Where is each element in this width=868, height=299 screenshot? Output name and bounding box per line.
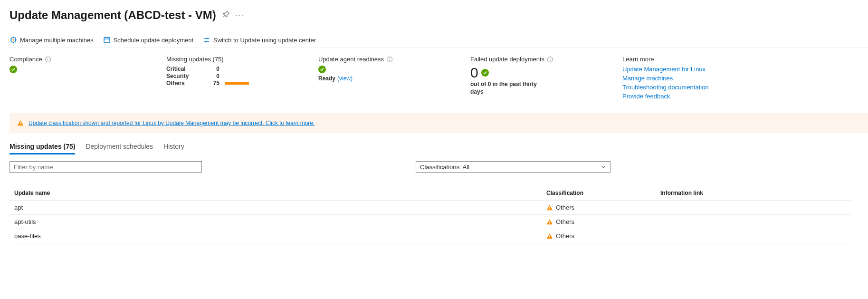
missing-row-label: Security xyxy=(166,73,204,79)
agent-readiness-tile: Update agent readiness i Ready (view) xyxy=(318,56,470,102)
warning-banner: Update classification shown and reported… xyxy=(10,113,868,133)
learn-more-label: Learn more xyxy=(622,56,654,63)
switch-update-center-button[interactable]: Switch to Update using update center xyxy=(203,36,316,44)
switch-update-center-label: Switch to Update using update center xyxy=(213,37,316,44)
column-header-classification[interactable]: Classification xyxy=(542,186,656,201)
missing-row-value: 0 xyxy=(210,73,219,79)
warning-link[interactable]: Update classification shown and reported… xyxy=(29,120,315,126)
schedule-deployment-label: Schedule update deployment xyxy=(114,37,193,44)
failed-count: 0 xyxy=(470,66,478,80)
svg-rect-9 xyxy=(549,209,550,209)
updates-table: Update name Classification Information l… xyxy=(10,186,851,243)
svg-rect-6 xyxy=(20,122,20,124)
info-icon[interactable]: i xyxy=(45,57,51,62)
cell-info-link xyxy=(656,215,851,229)
filter-row: Classifications: All xyxy=(10,161,868,173)
missing-row-label: Others xyxy=(166,80,204,87)
warning-icon xyxy=(546,233,553,240)
check-icon xyxy=(318,66,326,73)
swap-icon xyxy=(203,36,210,44)
compliance-label: Compliance xyxy=(10,56,42,63)
svg-rect-8 xyxy=(549,206,550,208)
missing-row-value: 0 xyxy=(210,66,219,72)
classifications-dropdown-label: Classifications: All xyxy=(420,164,469,171)
cell-info-link xyxy=(656,229,851,243)
missing-updates-label: Missing updates (75) xyxy=(166,56,224,63)
manage-machines-label: Manage multiple machines xyxy=(20,37,94,44)
failed-deployments-tile: Failed update deployments i 0 out of 0 i… xyxy=(470,56,622,102)
title-resource: ABCD xyxy=(128,9,161,21)
missing-row: Critical0 xyxy=(166,66,299,72)
page-title: Update Management (ABCD-test - VM) xyxy=(10,9,216,22)
classifications-dropdown[interactable]: Classifications: All xyxy=(416,161,610,173)
agent-readiness-label: Update agent readiness xyxy=(318,56,384,63)
title-prefix: Update Management ( xyxy=(10,9,128,21)
svg-rect-11 xyxy=(549,223,550,223)
missing-row-bar xyxy=(225,82,249,85)
more-icon[interactable]: ··· xyxy=(235,11,244,19)
cell-classification: Others xyxy=(542,215,656,229)
missing-row-value: 75 xyxy=(210,80,219,87)
compliance-tile: Compliance i xyxy=(10,56,166,102)
svg-rect-2 xyxy=(104,38,110,43)
tab-history[interactable]: History xyxy=(163,143,184,154)
calendar-icon xyxy=(103,36,111,44)
cell-info-link xyxy=(656,201,851,215)
cell-classification: Others xyxy=(542,201,656,215)
svg-rect-13 xyxy=(549,237,550,238)
info-icon[interactable]: i xyxy=(547,57,553,62)
pin-icon[interactable] xyxy=(222,11,229,20)
check-icon xyxy=(10,66,17,73)
manage-machines-button[interactable]: Manage multiple machines xyxy=(10,36,94,44)
learn-more-link[interactable]: Update Management for Linux xyxy=(622,66,736,73)
filter-name-input[interactable] xyxy=(10,161,202,173)
schedule-deployment-button[interactable]: Schedule update deployment xyxy=(103,36,193,44)
svg-rect-12 xyxy=(549,235,550,237)
missing-row: Security0 xyxy=(166,73,299,79)
learn-more-tile: Learn more Update Management for LinuxMa… xyxy=(622,56,755,102)
svg-rect-7 xyxy=(20,125,20,125)
cell-classification: Others xyxy=(542,229,656,243)
learn-more-link[interactable]: Troubleshooting documentation xyxy=(622,84,736,91)
failed-deployments-label: Failed update deployments xyxy=(470,56,544,63)
info-icon[interactable]: i xyxy=(387,57,392,62)
table-row[interactable]: aptOthers xyxy=(10,201,851,215)
missing-row-bar xyxy=(225,68,249,70)
command-bar: Manage multiple machines Schedule update… xyxy=(10,33,868,48)
failed-subtext: out of 0 in the past thirty days xyxy=(470,81,542,96)
warning-icon xyxy=(546,204,553,211)
missing-updates-tile: Missing updates (75) Critical0Security0O… xyxy=(166,56,318,102)
missing-row-label: Critical xyxy=(166,66,204,72)
check-icon xyxy=(481,69,489,77)
page-header: Update Management (ABCD-test - VM) ··· xyxy=(10,9,868,22)
cell-update-name: apt xyxy=(10,201,542,215)
cell-update-name: apt-utils xyxy=(10,215,542,229)
tab-strip: Missing updates (75) Deployment schedule… xyxy=(10,143,868,154)
tab-missing-updates[interactable]: Missing updates (75) xyxy=(10,143,75,154)
gear-icon xyxy=(10,36,17,44)
missing-row-bar xyxy=(225,75,249,77)
learn-more-link[interactable]: Provide feedback xyxy=(622,93,736,100)
summary-tiles: Compliance i Missing updates (75) Critic… xyxy=(10,54,868,113)
chevron-down-icon xyxy=(601,164,606,170)
column-header-info[interactable]: Information link xyxy=(656,186,851,201)
table-row[interactable]: base-filesOthers xyxy=(10,229,851,243)
warning-icon xyxy=(546,219,553,225)
table-row[interactable]: apt-utilsOthers xyxy=(10,215,851,229)
learn-more-link[interactable]: Manage machines xyxy=(622,75,736,82)
agent-ready-text: Ready xyxy=(318,75,335,82)
svg-point-1 xyxy=(12,39,14,41)
cell-update-name: base-files xyxy=(10,229,542,243)
svg-rect-10 xyxy=(549,221,550,222)
column-header-name[interactable]: Update name xyxy=(10,186,542,201)
agent-view-link[interactable]: (view) xyxy=(337,75,353,82)
missing-row: Others75 xyxy=(166,80,299,87)
title-suffix: -test - VM) xyxy=(161,9,216,21)
warning-icon xyxy=(17,120,24,126)
tab-deployment-schedules[interactable]: Deployment schedules xyxy=(86,143,153,154)
